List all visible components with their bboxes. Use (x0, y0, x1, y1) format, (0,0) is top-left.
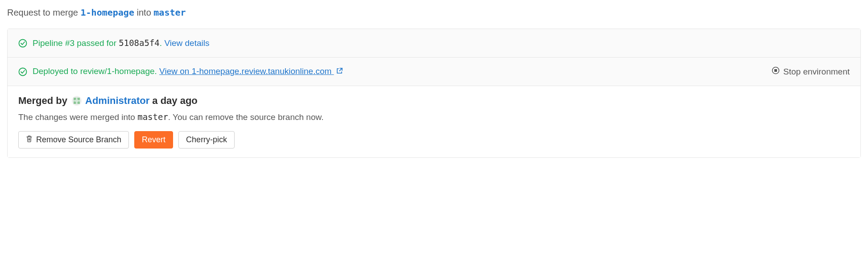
deployment-url-link[interactable]: View on 1-homepage.review.tanukionline.c… (159, 66, 343, 76)
pipeline-status-row: Pipeline #3 passed for 5108a5f4. View de… (8, 29, 860, 58)
action-button-row: Remove Source Branch Revert Cherry-pick (18, 131, 850, 149)
merged-by-heading: Merged by Administrator a day ago (18, 95, 850, 107)
pipeline-period: . (160, 38, 165, 48)
merge-request-header: Request to merge 1-homepage into master (7, 7, 861, 18)
remove-source-branch-button[interactable]: Remove Source Branch (18, 131, 129, 149)
success-check-icon (18, 39, 27, 48)
target-branch-link[interactable]: master (153, 7, 186, 18)
deployment-status-row: Deployed to review/1-homepage. View on 1… (8, 58, 860, 86)
stop-environment-button[interactable]: Stop environment (772, 66, 850, 77)
deployed-text: Deployed to review/1-homepage. (33, 66, 159, 76)
merged-into-branch: master (137, 112, 168, 122)
svg-rect-3 (774, 69, 777, 72)
merged-desc-before: The changes were merged into (18, 112, 137, 122)
merged-desc-after: . You can remove the source branch now. (168, 112, 324, 122)
svg-point-0 (19, 39, 27, 47)
revert-button[interactable]: Revert (134, 131, 173, 149)
stop-environment-label: Stop environment (783, 67, 850, 77)
pipeline-status-text: Pipeline #3 passed for 5108a5f4. View de… (33, 38, 209, 48)
merged-by-prefix: Merged by (18, 95, 67, 107)
merged-user-link[interactable]: Administrator (85, 95, 149, 107)
svg-point-1 (19, 68, 27, 75)
merged-time-text: a day ago (152, 95, 197, 107)
stop-icon (772, 66, 780, 77)
remove-source-branch-label: Remove Source Branch (36, 135, 121, 145)
merged-info-section: Merged by Administrator a day ago The ch… (8, 86, 860, 157)
merge-prefix-text: Request to merge (7, 8, 81, 17)
view-details-link[interactable]: View details (164, 38, 209, 48)
avatar (72, 96, 82, 106)
external-link-icon (336, 67, 343, 76)
merge-middle-text: into (137, 8, 154, 17)
deployment-status-text: Deployed to review/1-homepage. View on 1… (33, 66, 343, 77)
commit-sha-link[interactable]: 5108a5f4 (119, 38, 160, 48)
pipeline-passed-text: Pipeline #3 passed for (33, 38, 119, 48)
merged-description-text: The changes were merged into master. You… (18, 112, 850, 122)
trash-icon (26, 135, 33, 145)
success-check-icon (18, 67, 27, 76)
source-branch-link[interactable]: 1-homepage (81, 7, 134, 18)
cherry-pick-button[interactable]: Cherry-pick (178, 131, 235, 149)
merge-request-panel: Pipeline #3 passed for 5108a5f4. View de… (7, 29, 861, 158)
